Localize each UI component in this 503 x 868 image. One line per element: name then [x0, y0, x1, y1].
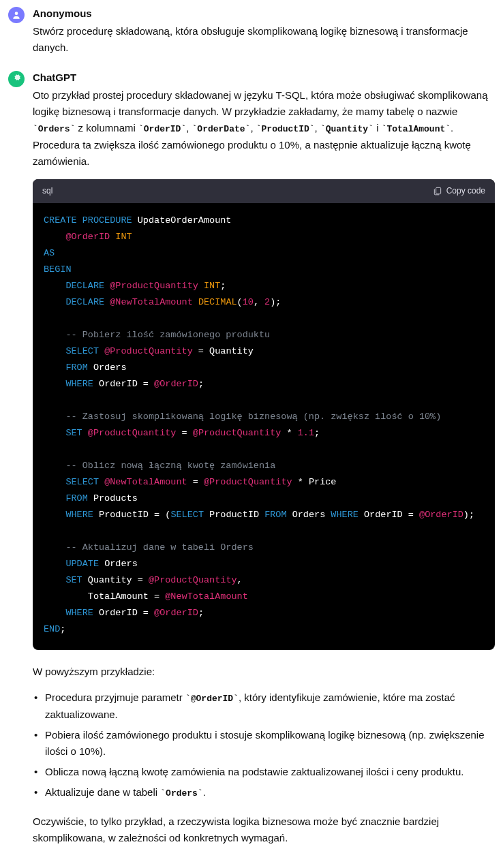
user-author: Anonymous [33, 5, 495, 22]
after-code-text: W powyższym przykładzie: [33, 664, 495, 680]
inline-code: `Orders` [160, 788, 202, 799]
svg-rect-1 [436, 188, 440, 194]
user-text: Stwórz procedurę składowaną, która obsłu… [33, 23, 495, 56]
inline-code: `OrderDate` [192, 124, 251, 134]
clipboard-icon [433, 186, 442, 196]
user-avatar [8, 7, 25, 23]
assistant-author: ChatGPT [33, 69, 495, 86]
person-icon [12, 10, 21, 20]
code-block: sql Copy code CREATE PROCEDURE UpdateOrd… [33, 179, 495, 651]
assistant-content: Oto przykład prostej procedury składowan… [33, 87, 495, 846]
list-item: Aktualizuje dane w tabeli `Orders`. [33, 784, 495, 801]
list-item: Pobiera ilość zamówionego produktu i sto… [33, 727, 495, 760]
assistant-avatar [8, 71, 25, 87]
user-content: Stwórz procedurę składowaną, która obsłu… [33, 23, 495, 56]
list-item: Oblicza nową łączną kwotę zamówienia na … [33, 764, 495, 780]
outro-text: Oczywiście, to tylko przykład, a rzeczyw… [33, 813, 495, 846]
inline-code: `@OrderID` [185, 694, 239, 704]
code-content[interactable]: CREATE PROCEDURE UpdateOrderAmount @Orde… [33, 203, 495, 650]
svg-point-0 [15, 12, 18, 15]
code-header: sql Copy code [33, 179, 495, 203]
assistant-message: ChatGPT Oto przykład prostej procedury s… [8, 69, 495, 846]
inline-code: `Orders` [33, 124, 75, 134]
openai-icon [11, 74, 22, 84]
inline-code: `ProductID` [256, 124, 315, 134]
user-message: Anonymous Stwórz procedurę składowaną, k… [8, 5, 495, 56]
copy-code-button[interactable]: Copy code [433, 185, 485, 198]
assistant-intro: Oto przykład prostej procedury składowan… [33, 87, 495, 170]
inline-code: `OrderID` [138, 124, 186, 134]
bullet-list: Procedura przyjmuje parametr `@OrderID`,… [33, 689, 495, 801]
list-item: Procedura przyjmuje parametr `@OrderID`,… [33, 689, 495, 723]
inline-code: `Quantity` [320, 124, 374, 134]
code-lang-label: sql [42, 185, 52, 198]
inline-code: `TotalAmount` [382, 124, 451, 134]
